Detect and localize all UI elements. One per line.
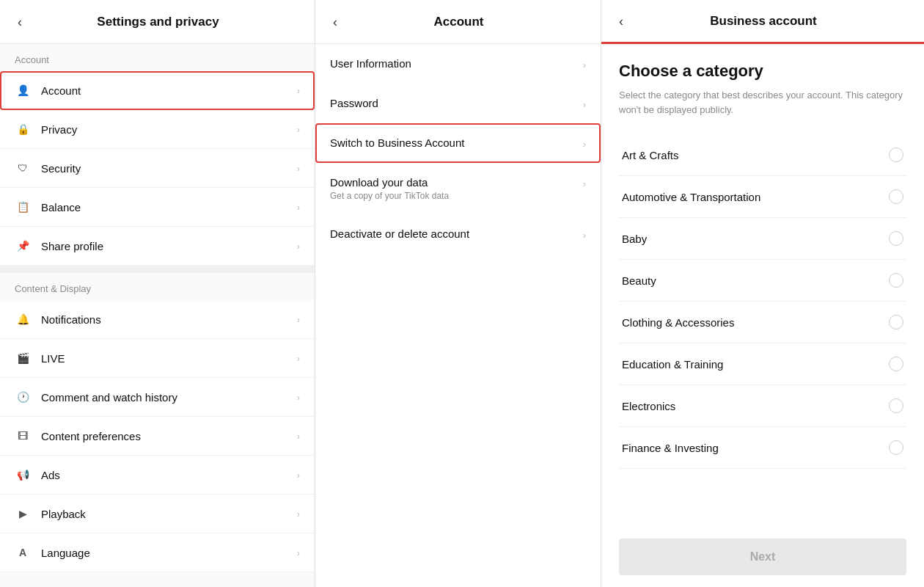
- category-clothing-label: Clothing & Accessories: [622, 316, 734, 329]
- ads-icon: [15, 467, 31, 483]
- menu-label-privacy: Privacy: [41, 123, 297, 136]
- left-panel-title: Settings and privacy: [34, 15, 282, 29]
- menu-label-history: Comment and watch history: [41, 391, 297, 404]
- mid-item-deactivate-content: Deactivate or delete account: [330, 227, 583, 240]
- category-baby[interactable]: Baby: [619, 218, 906, 260]
- category-beauty[interactable]: Beauty: [619, 260, 906, 302]
- menu-item-live[interactable]: LIVE ›: [0, 339, 315, 378]
- mid-item-download-title: Download your data: [330, 176, 583, 189]
- category-electronics[interactable]: Electronics: [619, 385, 906, 427]
- menu-label-notifications: Notifications: [41, 313, 297, 326]
- chevron-playback: ›: [297, 508, 300, 519]
- category-beauty-label: Beauty: [622, 274, 656, 287]
- right-panel-title: Business account: [635, 14, 892, 29]
- privacy-icon: [15, 121, 31, 137]
- left-back-button[interactable]: ‹: [15, 15, 25, 29]
- live-icon: [15, 350, 31, 366]
- choose-category-description: Select the category that best describes …: [619, 88, 906, 117]
- menu-label-playback: Playback: [41, 508, 297, 520]
- menu-item-security[interactable]: Security ›: [0, 149, 315, 188]
- menu-label-balance: Balance: [41, 201, 297, 214]
- category-finance[interactable]: Finance & Investing: [619, 427, 906, 469]
- menu-label-share: Share profile: [41, 240, 297, 252]
- security-icon: [15, 160, 31, 176]
- radio-art-crafts[interactable]: [889, 147, 903, 162]
- mid-panel: ‹ Account User Information › Password › …: [315, 0, 601, 587]
- radio-beauty[interactable]: [889, 273, 903, 288]
- menu-item-privacy[interactable]: Privacy ›: [0, 110, 315, 149]
- section-content-label: Content & Display: [0, 273, 315, 300]
- mid-item-user-info[interactable]: User Information ›: [315, 44, 601, 84]
- menu-label-language: Language: [41, 547, 297, 559]
- choose-category-heading: Choose a category: [619, 62, 906, 81]
- share-icon: [15, 238, 31, 254]
- menu-item-ads[interactable]: Ads ›: [0, 456, 315, 495]
- mid-item-password[interactable]: Password ›: [315, 84, 601, 123]
- radio-baby[interactable]: [889, 231, 903, 246]
- chevron-language: ›: [297, 547, 300, 558]
- category-clothing[interactable]: Clothing & Accessories: [619, 302, 906, 343]
- menu-label-security: Security: [41, 162, 297, 175]
- category-electronics-label: Electronics: [622, 400, 675, 412]
- radio-electronics[interactable]: [889, 398, 903, 413]
- language-icon: [15, 544, 31, 561]
- category-finance-label: Finance & Investing: [622, 442, 719, 454]
- menu-item-share[interactable]: Share profile ›: [0, 227, 315, 266]
- radio-education[interactable]: [889, 357, 903, 371]
- menu-label-ads: Ads: [41, 469, 297, 481]
- balance-icon: [15, 199, 31, 215]
- mid-item-password-content: Password: [330, 97, 583, 109]
- category-education[interactable]: Education & Training: [619, 343, 906, 385]
- notif-icon: [15, 311, 31, 327]
- menu-item-history[interactable]: Comment and watch history ›: [0, 378, 315, 417]
- menu-item-content[interactable]: Content preferences ›: [0, 417, 315, 456]
- menu-item-notifications[interactable]: Notifications ›: [0, 300, 315, 339]
- right-back-button[interactable]: ‹: [616, 15, 626, 28]
- left-header: ‹ Settings and privacy: [0, 0, 315, 44]
- playback-icon: [15, 506, 31, 522]
- mid-item-switch-title: Switch to Business Account: [330, 136, 583, 149]
- mid-item-switch-content: Switch to Business Account: [330, 136, 583, 149]
- chevron-privacy: ›: [297, 124, 300, 135]
- next-button[interactable]: Next: [619, 539, 906, 575]
- category-art-crafts-label: Art & Crafts: [622, 149, 679, 161]
- chevron-switch: ›: [583, 139, 586, 150]
- mid-item-deactivate-title: Deactivate or delete account: [330, 227, 583, 240]
- section-account-label: Account: [0, 44, 315, 71]
- menu-item-account[interactable]: Account ›: [0, 71, 315, 110]
- right-content: Choose a category Select the category th…: [601, 44, 924, 527]
- mid-item-switch-business[interactable]: Switch to Business Account ›: [315, 123, 601, 163]
- menu-label-live: LIVE: [41, 352, 297, 365]
- chevron-account: ›: [297, 85, 300, 96]
- right-panel: ‹ Business account Choose a category Sel…: [601, 0, 924, 587]
- mid-item-download-sub: Get a copy of your TikTok data: [330, 191, 583, 201]
- mid-item-password-title: Password: [330, 97, 583, 109]
- mid-panel-title: Account: [349, 15, 568, 29]
- mid-item-deactivate[interactable]: Deactivate or delete account ›: [315, 214, 601, 254]
- mid-item-user-info-content: User Information: [330, 57, 583, 70]
- chevron-balance: ›: [297, 202, 300, 213]
- radio-finance[interactable]: [889, 440, 903, 455]
- chevron-ads: ›: [297, 470, 300, 481]
- mid-item-download-data[interactable]: Download your data Get a copy of your Ti…: [315, 163, 601, 214]
- menu-item-language[interactable]: Language ›: [0, 533, 315, 572]
- chevron-download: ›: [583, 178, 586, 189]
- menu-item-playback[interactable]: Playback ›: [0, 495, 315, 533]
- user-icon: [15, 82, 31, 98]
- radio-automotive[interactable]: [889, 189, 903, 204]
- right-header: ‹ Business account: [601, 0, 924, 44]
- content-icon: [15, 428, 31, 444]
- radio-clothing[interactable]: [889, 315, 903, 329]
- chevron-share: ›: [297, 241, 300, 252]
- menu-label-account: Account: [41, 84, 297, 97]
- category-automotive[interactable]: Automotive & Transportation: [619, 176, 906, 218]
- mid-back-button[interactable]: ‹: [330, 15, 340, 29]
- chevron-user-info: ›: [583, 59, 586, 70]
- left-panel: ‹ Settings and privacy Account Account ›…: [0, 0, 315, 587]
- mid-item-download-content: Download your data Get a copy of your Ti…: [330, 176, 583, 201]
- section-divider: [0, 266, 315, 273]
- menu-item-balance[interactable]: Balance ›: [0, 188, 315, 227]
- category-automotive-label: Automotive & Transportation: [622, 191, 760, 203]
- chevron-notifications: ›: [297, 314, 300, 325]
- category-art-crafts[interactable]: Art & Crafts: [619, 134, 906, 176]
